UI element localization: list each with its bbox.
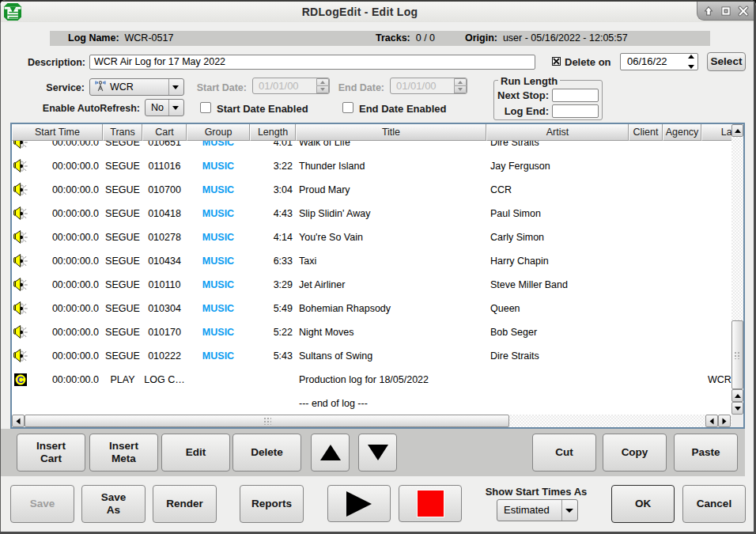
svg-text:C: C xyxy=(17,375,24,384)
